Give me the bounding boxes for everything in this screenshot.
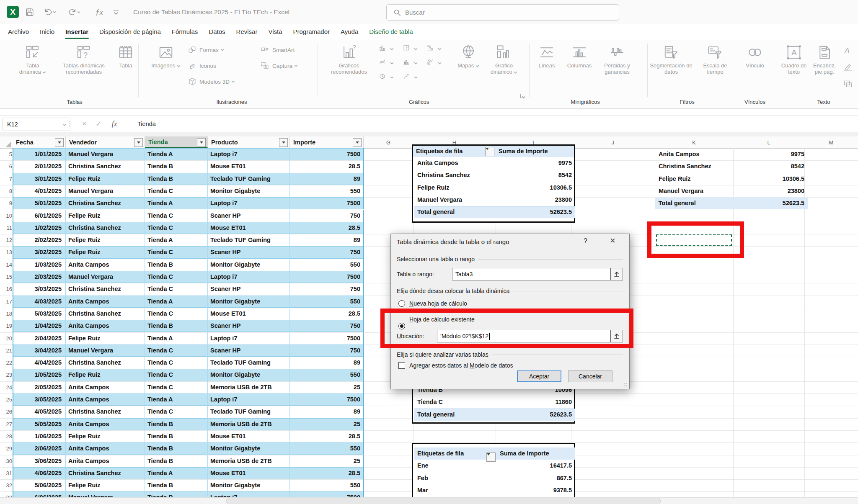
column-header-vendedor[interactable]: Vendedor	[66, 136, 145, 148]
cell-vendor[interactable]: Manuel Vergara	[66, 148, 145, 160]
cell-store[interactable]: Tienda A	[145, 234, 208, 246]
timeline-button[interactable]: Escala de tiempo	[696, 44, 734, 75]
cell-product[interactable]: Monitor Gigabyte	[208, 369, 290, 381]
recommended-pivot-tables-button[interactable]: ?Tablas dinámicas recomendadas	[50, 44, 117, 75]
undo-icon[interactable]	[44, 6, 56, 18]
pivot-chart-button[interactable]: Gráfico dinámico	[485, 44, 523, 75]
filter-dropdown-icon[interactable]	[197, 138, 206, 147]
formula-bar-handle[interactable]: ⋮	[67, 118, 72, 130]
column-header-fecha[interactable]: Fecha	[13, 136, 66, 148]
pivot-values-header[interactable]: Suma de Importe	[497, 447, 575, 460]
cell-date[interactable]: 3/04/2025	[13, 345, 66, 357]
cell-vendor[interactable]: Manuel Vergara	[66, 345, 145, 357]
pivot-row-value[interactable]: 9975	[497, 157, 575, 169]
cell-product[interactable]: Monitor Gigabyte	[208, 185, 290, 197]
cell-store[interactable]: Tienda A	[145, 197, 208, 209]
sparkline-line-button[interactable]: Líneas	[533, 44, 561, 69]
pivot-row-label[interactable]: Felipe Ruiz	[414, 182, 497, 194]
filter-dropdown-icon[interactable]	[55, 138, 64, 147]
column-header-producto[interactable]: Producto	[208, 136, 290, 148]
cell-date[interactable]: 4/06/2025	[13, 467, 66, 479]
insert-function-icon[interactable]: ƒx	[93, 6, 106, 18]
cell-date[interactable]: 1/04/2025	[13, 320, 66, 332]
dialog-help-button[interactable]: ?	[584, 237, 587, 245]
range-input[interactable]: Tabla3	[452, 268, 610, 280]
name-box[interactable]: K12	[3, 118, 70, 131]
cell-date[interactable]: 1/06/2025	[13, 430, 66, 442]
cell-amount[interactable]: 750	[290, 345, 364, 357]
cell-date[interactable]: 3/05/2025	[13, 393, 66, 406]
cell-store[interactable]: Tienda B	[145, 160, 208, 172]
column-header-importe[interactable]: Importe	[290, 136, 364, 148]
pivot-total-value[interactable]: 52623.5	[497, 409, 575, 421]
cell-store[interactable]: Tienda C	[145, 406, 208, 418]
summary-cell-label[interactable]: Manuel Vergara	[655, 185, 737, 197]
cell-amount[interactable]: 550	[290, 185, 364, 197]
column-header-letter[interactable]: K	[655, 136, 734, 149]
cell-amount[interactable]: 25	[290, 418, 364, 430]
cell-store[interactable]: Tienda A	[145, 467, 208, 479]
cell-amount[interactable]: 7500	[290, 271, 364, 283]
cell-vendor[interactable]: Felipe Ruiz	[66, 246, 145, 258]
cell-store[interactable]: Tienda B	[145, 455, 208, 467]
tab-programador[interactable]: Programador	[288, 25, 336, 40]
link-button[interactable]: Vínculo	[740, 44, 770, 69]
pivot-row-value[interactable]: 11860	[497, 396, 575, 408]
function-icon[interactable]: fx	[108, 118, 121, 130]
column-header-letter[interactable]: L	[733, 136, 805, 149]
dialog-close-icon[interactable]: ×	[610, 235, 615, 246]
cell-vendor[interactable]: Felipe Ruiz	[66, 369, 145, 381]
pivot-total-label[interactable]: Total general	[414, 409, 497, 421]
insert-combo-chart-button[interactable]	[427, 59, 442, 68]
cell-product[interactable]: Scaner HP	[208, 320, 290, 332]
cancel-button[interactable]: Cancelar	[568, 370, 612, 382]
sparkline-column-button[interactable]: Columnas	[562, 44, 597, 69]
pictures-button[interactable]: Imágenes	[148, 44, 184, 69]
cell-product[interactable]: Laptop i7	[208, 197, 290, 209]
checkbox-data-model[interactable]	[398, 362, 405, 369]
horizontal-scrollbar-thumb[interactable]	[226, 498, 661, 504]
cell-date[interactable]: 1/03/2025	[13, 259, 66, 271]
customize-quick-access-icon[interactable]	[110, 6, 122, 18]
cell-product[interactable]: Scaner HP	[208, 283, 290, 295]
cell-vendor[interactable]: Christina Sanchez	[66, 222, 145, 234]
cell-vendor[interactable]: Anita Campos	[66, 259, 145, 271]
pivot-row-value[interactable]: 867.5	[497, 472, 575, 484]
filter-dropdown-icon[interactable]	[353, 138, 362, 147]
tab-archivo[interactable]: Archivo	[3, 25, 34, 40]
cell-date[interactable]: 2/01/2025	[13, 160, 66, 172]
slicer-button[interactable]: Segmentación de datos	[648, 44, 695, 75]
cell-amount[interactable]: 25	[290, 381, 364, 393]
cell-vendor[interactable]: Manuel Vergara	[66, 271, 145, 283]
cell-product[interactable]: Scaner HP	[208, 345, 290, 357]
cell-store[interactable]: Tienda A	[145, 148, 208, 160]
formula-input[interactable]: Tienda	[137, 118, 156, 130]
cell-store[interactable]: Tienda C	[145, 381, 208, 393]
summary-cell-value[interactable]: 9975	[733, 148, 808, 160]
cell-amount[interactable]: 550	[290, 296, 364, 308]
column-header-letter[interactable]: G	[364, 136, 413, 149]
excel-logo-icon[interactable]: X	[7, 6, 19, 18]
cell-store[interactable]: Tienda B	[145, 259, 208, 271]
cell-date[interactable]: 5/05/2025	[13, 418, 66, 430]
tab-ayuda[interactable]: Ayuda	[335, 25, 364, 40]
3d-models-button[interactable]: Modelos 3D	[188, 77, 238, 86]
cell-store[interactable]: Tienda C	[145, 246, 208, 258]
pivot-row-label[interactable]: Manuel Vergara	[414, 194, 497, 206]
cell-vendor[interactable]: Felipe Ruiz	[66, 479, 145, 491]
cell-vendor[interactable]: Christina Sanchez	[66, 160, 145, 172]
cell-store[interactable]: Tienda C	[145, 283, 208, 295]
cell-amount[interactable]: 89	[290, 357, 364, 369]
cell-date[interactable]: 4/01/2025	[13, 185, 66, 197]
cell-vendor[interactable]: Felipe Ruiz	[66, 332, 145, 345]
cell-amount[interactable]: 550	[290, 369, 364, 381]
tab-f-rmulas[interactable]: Fórmulas	[166, 25, 204, 40]
summary-cell-value[interactable]: 8542	[733, 160, 808, 172]
cell-product[interactable]: Laptop i7	[208, 271, 290, 283]
cell-amount[interactable]: 750	[290, 283, 364, 295]
insert-column-chart-button[interactable]	[379, 44, 394, 54]
redo-icon[interactable]	[68, 6, 80, 18]
cell-amount[interactable]: 28.5	[290, 222, 364, 234]
text-box-button[interactable]: ACuadro de texto	[780, 44, 808, 75]
cell-store[interactable]: Tienda B	[145, 320, 208, 332]
